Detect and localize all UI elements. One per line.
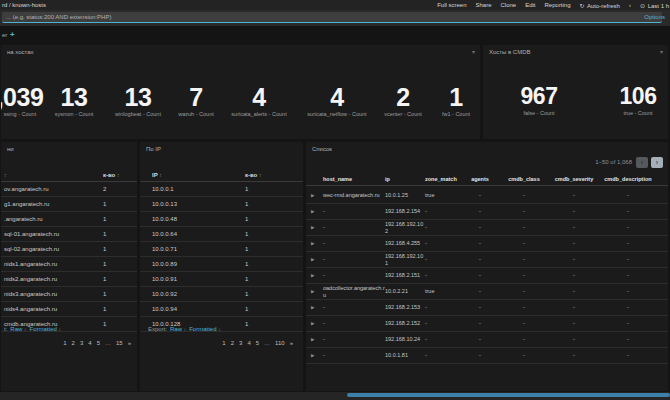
collapse-timepicker-icon[interactable]: ‹ [629, 2, 631, 8]
column-header-count[interactable]: к-во [103, 172, 115, 178]
export-raw-link[interactable]: Raw [170, 326, 182, 332]
sort-icon[interactable]: ↕ [117, 172, 120, 178]
pagination: 12345…15» [63, 340, 131, 346]
prev-page-button[interactable]: ‹ [636, 157, 648, 168]
pagination-page[interactable]: … [105, 340, 111, 346]
pagination-page[interactable]: 4 [88, 340, 91, 346]
pagination-page[interactable]: 3 [80, 340, 83, 346]
panel-by-ip-table: По IP IP ↕ к-во ↕ 10.0.0.1 1 10.0.0.13 1… [140, 142, 303, 391]
host-name-cell: - [323, 240, 385, 247]
pagination-page[interactable]: 5 [97, 340, 100, 346]
breadcrumb[interactable]: rd / known-hosts [0, 2, 46, 8]
table-row: ▶ - 192.168.2.151 - - - - - [306, 268, 668, 284]
export-row: Export:Raw ↓Formatted ↓ [140, 326, 303, 332]
cmdb-description-cell: - [600, 256, 656, 263]
pagination-page[interactable]: 110 [275, 340, 285, 346]
options-link[interactable]: Options [644, 14, 665, 20]
export-formatted-link[interactable]: Formatted [30, 326, 57, 332]
table-row: g1.angaratech.ru 1 [1, 197, 137, 212]
export-raw-link[interactable]: Raw [10, 326, 22, 332]
table-row: nids1.angaratech.ru 1 [1, 257, 137, 272]
expand-row-icon[interactable]: ▶ [306, 352, 323, 359]
nav-menu-item[interactable]: Full screen [437, 2, 466, 8]
export-row: t:Raw ↓Formatted ↓ [1, 326, 137, 332]
agents-cell: - [460, 288, 500, 295]
table-row: sql-02.angaratech.ru 1 [1, 242, 137, 257]
pagination-page[interactable]: 15 [116, 340, 123, 346]
top-nav-bar: rd / known-hosts Full screenShareCloneEd… [0, 0, 670, 10]
sort-icon[interactable]: ↕ [259, 172, 262, 178]
add-filter-plus-icon[interactable]: + [10, 30, 15, 39]
host-name-cell: nids2.angaratech.ru [1, 276, 101, 282]
expand-row-icon[interactable]: ▶ [306, 320, 323, 327]
ip-cell: 10.0.1.81 [385, 352, 425, 359]
expand-row-icon[interactable]: ▶ [306, 208, 323, 215]
count-cell: 1 [101, 216, 106, 222]
pagination-page[interactable]: 2 [231, 340, 234, 346]
column-header-cmdb-severity[interactable]: cmdb_severity [548, 176, 600, 182]
ip-cell: 192.168.2.151 [385, 272, 425, 279]
zone-match-cell: - [425, 272, 460, 279]
nav-menu-item[interactable]: Reporting [545, 2, 571, 8]
cmdb-class-cell: - [500, 208, 548, 215]
column-header-ip[interactable]: ip [385, 176, 425, 182]
column-header-agents[interactable]: agents [460, 176, 500, 182]
auto-refresh-button[interactable]: ↻ Auto-refresh [580, 2, 620, 9]
time-range-button[interactable]: ⊙ Last 1 h [640, 2, 669, 9]
horizontal-scrollbar[interactable] [347, 393, 670, 397]
nav-menu-item[interactable]: Edit [525, 2, 535, 8]
column-header-count[interactable]: к-во [245, 172, 257, 178]
nav-menu-item[interactable]: Clone [501, 2, 517, 8]
expand-row-icon[interactable]: ▶ [306, 256, 323, 263]
column-header-ip[interactable]: IP [152, 172, 158, 178]
nav-menu-items: Full screenShareCloneEditReporting [437, 2, 570, 8]
expand-row-icon[interactable]: ▶ [306, 240, 323, 247]
zone-match-cell: - [425, 304, 460, 311]
sort-icon[interactable]: ↕ [159, 172, 162, 178]
pagination-page[interactable]: 4 [247, 340, 250, 346]
export-formatted-link[interactable]: Formatted [189, 326, 216, 332]
cmdb-class-cell: - [500, 224, 548, 231]
pagination-page[interactable]: » [290, 340, 293, 346]
filter-bar: er + [0, 26, 670, 44]
table-row: nids2.angaratech.ru 1 [1, 272, 137, 287]
count-cell: 1 [243, 201, 248, 207]
ip-cell: 10.0.0.91 [140, 276, 243, 282]
add-filter-label[interactable]: er [2, 32, 7, 38]
metric: 967 false - Count [484, 85, 594, 116]
column-header-host-name[interactable]: host_name [323, 176, 385, 182]
zone-match-cell: - [425, 208, 460, 215]
zone-match-cell: - [425, 224, 460, 231]
expand-row-icon[interactable]: ▶ [306, 224, 323, 231]
zone-match-cell: - [425, 320, 460, 327]
sort-icon[interactable]: ↕ [4, 172, 7, 178]
next-page-button[interactable]: › [651, 157, 663, 168]
nav-menu-item[interactable]: Share [475, 2, 491, 8]
cmdb-description-cell: - [600, 192, 656, 199]
table-row: ▶ - 192.168.2.154 - - - - - [306, 204, 668, 220]
pagination-page[interactable]: 1 [63, 340, 66, 346]
host-name-cell: - [323, 352, 385, 359]
search-input[interactable] [2, 12, 662, 23]
cmdb-severity-cell: - [548, 272, 600, 279]
expand-row-icon[interactable]: ▶ [306, 272, 323, 279]
pagination-page[interactable]: » [128, 340, 131, 346]
host-name-cell: - [323, 224, 385, 231]
expand-row-icon[interactable]: ▶ [306, 336, 323, 343]
column-header-cmdb-description[interactable]: cmdb_description [600, 176, 656, 182]
pagination: 12345…110» [222, 340, 293, 346]
pagination-page[interactable]: 2 [72, 340, 75, 346]
metric-label: fw1 - Count [401, 111, 480, 117]
pagination-page[interactable]: 5 [256, 340, 259, 346]
pagination-page[interactable]: … [264, 340, 270, 346]
pagination-page[interactable]: 3 [239, 340, 242, 346]
pagination-page[interactable]: 1 [222, 340, 225, 346]
expand-row-icon[interactable]: ▶ [306, 288, 323, 295]
table-body: ▶ wec-rmd.angaratech.ru 10.0.1.25 true -… [306, 188, 668, 364]
column-header-zone-match[interactable]: zone_match [425, 176, 460, 182]
expand-row-icon[interactable]: ▶ [306, 192, 323, 199]
table-row: ▶ - 192.168.192.101 - - - - - [306, 252, 668, 268]
cmdb-class-cell: - [500, 256, 548, 263]
column-header-cmdb-class[interactable]: cmdb_class [500, 176, 548, 182]
expand-row-icon[interactable]: ▶ [306, 304, 323, 311]
